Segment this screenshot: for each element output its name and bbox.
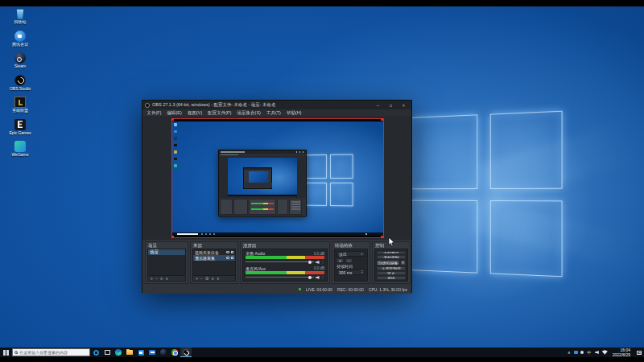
duration-spinner[interactable]: 300 ms ▲ ▼ bbox=[336, 269, 365, 275]
start-recording-button[interactable]: 开始录制 bbox=[377, 255, 406, 259]
volume-slider[interactable] bbox=[246, 261, 314, 262]
cortana-button[interactable] bbox=[90, 348, 101, 357]
menu-scene-collection[interactable]: 场景集合(S) bbox=[234, 110, 263, 116]
ime-indicator[interactable]: 中 bbox=[585, 350, 593, 355]
settings-button[interactable]: 设置 bbox=[377, 271, 406, 275]
display-capture-preview[interactable] bbox=[172, 119, 383, 237]
preview-obs-statusbar bbox=[219, 216, 306, 217]
screen: 回收站 腾讯会议 Steam OBS Studio 英雄联盟 Epic Game… bbox=[0, 0, 644, 362]
preview-obs-window bbox=[218, 150, 307, 216]
menu-profile[interactable]: 配置文件(P) bbox=[205, 110, 234, 116]
network-icon[interactable] bbox=[602, 350, 608, 355]
desktop-icon-obs[interactable]: OBS Studio bbox=[3, 75, 37, 92]
studio-mode-button[interactable]: 工作室模式 bbox=[377, 266, 406, 270]
duration-label: 持续时间 bbox=[336, 264, 365, 269]
source-handle[interactable] bbox=[381, 236, 383, 238]
taskbar-clock[interactable]: 16:04 2022/8/29 bbox=[609, 348, 634, 357]
taskbar-app-edge[interactable] bbox=[113, 348, 124, 357]
menu-view[interactable]: 视图(V) bbox=[184, 110, 204, 116]
desktop-icon-meeting[interactable]: 腾讯会议 bbox=[3, 31, 37, 47]
volume-icon[interactable] bbox=[595, 351, 599, 354]
remove-transition-button[interactable]: − bbox=[345, 258, 353, 263]
scene-up-button[interactable]: ∧ bbox=[160, 276, 163, 281]
taskbar-app-chrome[interactable] bbox=[169, 348, 180, 357]
taskbar-app-store[interactable] bbox=[135, 348, 147, 357]
tray-app-icon[interactable] bbox=[574, 351, 578, 355]
virtualcam-config-button[interactable]: ⚙ bbox=[400, 260, 406, 265]
add-transition-button[interactable]: + bbox=[336, 258, 344, 263]
search-input[interactable]: 在这里输入你要搜索的内容 bbox=[12, 348, 90, 356]
desktop-icon-steam[interactable]: Steam bbox=[3, 52, 37, 69]
source-handle[interactable] bbox=[171, 118, 174, 121]
volume-slider[interactable] bbox=[246, 277, 314, 278]
remove-scene-button[interactable]: − bbox=[155, 276, 158, 281]
wegame-icon bbox=[14, 141, 26, 152]
scene-list-item[interactable]: 场景 bbox=[148, 249, 185, 255]
source-handle[interactable] bbox=[171, 236, 174, 238]
source-properties-button[interactable]: ⚙ bbox=[205, 276, 208, 281]
scenes-toolbar: + − ∧ ∨ bbox=[148, 275, 185, 281]
lock-icon[interactable] bbox=[231, 251, 233, 253]
channel-options-icon[interactable]: ⋮ bbox=[321, 275, 325, 279]
action-center-button[interactable] bbox=[634, 348, 644, 357]
source-up-button[interactable]: ∧ bbox=[211, 276, 214, 281]
scene-down-button[interactable]: ∨ bbox=[166, 276, 169, 281]
task-view-button[interactable] bbox=[101, 348, 113, 357]
spin-down-icon[interactable]: ▼ bbox=[361, 273, 363, 275]
volume-slider-knob[interactable] bbox=[308, 276, 312, 279]
add-source-button[interactable]: + bbox=[196, 276, 198, 281]
visibility-eye-icon[interactable] bbox=[226, 251, 229, 253]
source-handle[interactable] bbox=[381, 118, 383, 121]
transition-select[interactable]: 淡出 ∨ bbox=[336, 251, 365, 257]
start-streaming-button[interactable]: 开始推流 bbox=[377, 251, 406, 255]
desktop-icon-lol[interactable]: 英雄联盟 bbox=[3, 97, 37, 113]
close-button[interactable]: × bbox=[398, 101, 409, 109]
preview-recursion-desktop bbox=[228, 158, 297, 196]
tray-cloud-icon[interactable] bbox=[580, 351, 584, 355]
recycle-bin-icon bbox=[14, 8, 26, 19]
lock-icon[interactable] bbox=[231, 257, 233, 259]
start-virtualcam-button[interactable]: 启动虚拟摄像机 bbox=[377, 260, 399, 265]
preview-letterbox-bottom bbox=[172, 236, 383, 237]
minimize-button[interactable]: ─ bbox=[373, 101, 383, 109]
action-center-icon bbox=[637, 351, 642, 355]
desktop-icon-recycle-bin[interactable]: 回收站 bbox=[3, 8, 37, 25]
menu-file[interactable]: 文件(F) bbox=[144, 110, 164, 116]
taskbar-app-steam[interactable] bbox=[158, 348, 169, 357]
visibility-eye-icon[interactable] bbox=[226, 257, 229, 259]
obs-title-bar[interactable]: OBS 27.1.3 (64-bit, windows) - 配置文件: 未命名… bbox=[142, 101, 411, 109]
epic-games-icon bbox=[14, 119, 26, 130]
obs-taskbar-icon bbox=[183, 349, 189, 356]
speaker-icon[interactable] bbox=[316, 261, 320, 264]
remove-source-button[interactable]: − bbox=[200, 276, 203, 281]
channel-options-icon[interactable]: ⋮ bbox=[321, 260, 325, 264]
speaker-icon[interactable] bbox=[316, 276, 320, 279]
desktop-icon-wegame[interactable]: WeGame bbox=[3, 141, 37, 158]
hidden-icons-caret[interactable]: ∧ bbox=[565, 350, 573, 355]
desktop-icon-column: 回收站 腾讯会议 Steam OBS Studio 英雄联盟 Epic Game… bbox=[3, 8, 37, 158]
duration-value: 300 ms bbox=[339, 270, 352, 275]
desktop-icon-label: 腾讯会议 bbox=[12, 43, 28, 47]
volume-slider-knob[interactable] bbox=[308, 261, 312, 264]
maximize-button[interactable]: □ bbox=[386, 101, 396, 109]
preview-obs-docks bbox=[219, 198, 306, 216]
source-list-item-selected[interactable]: 显示器采集 bbox=[193, 255, 235, 261]
menu-help[interactable]: 帮助(H) bbox=[283, 110, 304, 116]
menu-edit[interactable]: 编辑(E) bbox=[164, 110, 184, 116]
preview-recursion-obs bbox=[243, 167, 272, 189]
obs-app-icon bbox=[145, 103, 150, 108]
exit-button[interactable]: 退出 bbox=[377, 276, 406, 280]
source-down-button[interactable]: ∨ bbox=[217, 276, 220, 281]
start-button[interactable] bbox=[0, 348, 12, 357]
taskbar-app-obs-active[interactable] bbox=[180, 348, 192, 357]
desktop: 回收站 腾讯会议 Steam OBS Studio 英雄联盟 Epic Game… bbox=[0, 6, 644, 348]
desktop-icon-epic[interactable]: Epic Games bbox=[3, 119, 37, 136]
source-list-item[interactable]: 视频采集设备 bbox=[193, 249, 235, 255]
taskbar-app-mail[interactable] bbox=[147, 348, 158, 357]
menu-tools[interactable]: 工具(T) bbox=[263, 110, 283, 116]
mixer-channel-db: 0.0 dB bbox=[314, 266, 324, 270]
taskbar-app-explorer[interactable] bbox=[124, 348, 135, 357]
obs-status-bar: LIVE: 00:00:00 REC: 00:00:00 CPU: 1.3%, … bbox=[142, 285, 411, 294]
sources-list: 视频采集设备 显示器采集 + − ⚙ bbox=[192, 249, 236, 282]
add-scene-button[interactable]: + bbox=[151, 276, 153, 281]
